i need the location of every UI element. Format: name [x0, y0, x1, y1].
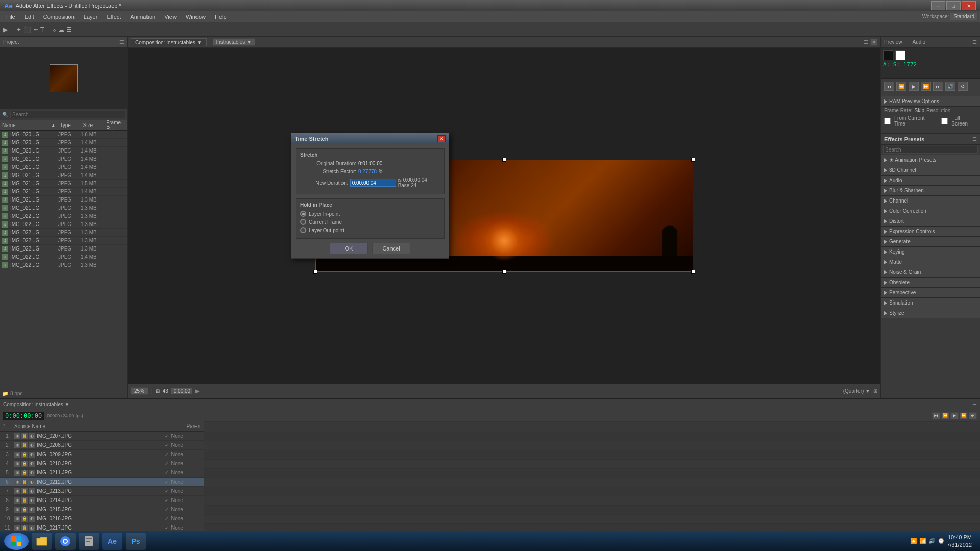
- quality-dropdown[interactable]: (Quarter) ▼: [843, 388, 870, 394]
- layer-vis-btn-7[interactable]: ◉: [14, 497, 20, 504]
- layer-row-5[interactable]: 6 ◉ 🔒 ◐ IMG_0212.JPG ✓ None: [0, 478, 204, 487]
- comp-panel-menu[interactable]: ☰: [864, 39, 868, 45]
- effects-simulation[interactable]: Simulation: [881, 298, 980, 308]
- layer-lock-btn-5[interactable]: 🔒: [21, 479, 28, 485]
- layer-solo-btn-8[interactable]: ◐: [29, 507, 35, 513]
- file-row-11[interactable]: J IMG_022...G JPEG 1.3 MB: [0, 220, 127, 229]
- layer-solo-btn-6[interactable]: ◐: [29, 488, 35, 494]
- layer-lock-btn-8[interactable]: 🔒: [21, 507, 28, 513]
- view-options[interactable]: ⊞: [873, 388, 877, 394]
- radio-current-frame-btn[interactable]: [300, 219, 306, 225]
- explorer-btn[interactable]: [32, 533, 52, 550]
- layer-row-8[interactable]: 9 ◉ 🔒 ◐ IMG_0215.JPG ✓ None: [0, 505, 204, 514]
- effects-matte[interactable]: Matte: [881, 257, 980, 267]
- current-time-display[interactable]: 0:00:00:00: [3, 412, 44, 420]
- dialog-close-button[interactable]: ✕: [437, 135, 446, 142]
- layer-lock-btn-7[interactable]: 🔒: [21, 497, 28, 504]
- prev-first-btn[interactable]: ⏮: [884, 82, 894, 91]
- tl-prev-btn[interactable]: ⏪: [941, 412, 949, 419]
- grid-icon[interactable]: ⊞: [156, 388, 160, 394]
- after-effects-btn[interactable]: Ae: [102, 533, 122, 550]
- cancel-button[interactable]: Cancel: [372, 243, 410, 254]
- sel-handle-tc[interactable]: [502, 158, 506, 162]
- file-row-14[interactable]: J IMG_022...G JPEG 1.3 MB: [0, 245, 127, 253]
- toolbar-icon-6[interactable]: ⬦: [53, 26, 56, 33]
- sel-handle-tr[interactable]: [691, 158, 695, 162]
- file-row-9[interactable]: J IMG_021...G JPEG 1.3 MB: [0, 204, 127, 212]
- effects-blur-sharpen[interactable]: Blur & Sharpen: [881, 186, 980, 196]
- right-panel-menu[interactable]: ☰: [972, 39, 977, 45]
- from-current-checkbox[interactable]: [884, 118, 891, 124]
- radio-layer-in-point[interactable]: Layer In-point: [300, 211, 440, 217]
- layer-row-10[interactable]: 11 ◉ 🔒 ◐ IMG_0217.JPG ✓ None: [0, 523, 204, 531]
- prev-next-btn[interactable]: ⏩: [921, 82, 931, 91]
- effects-keying[interactable]: Keying: [881, 247, 980, 257]
- full-screen-checkbox[interactable]: [941, 118, 948, 124]
- workspace-value[interactable]: Standard: [950, 13, 978, 20]
- tl-first-btn[interactable]: ⏮: [932, 412, 940, 419]
- effects-generate[interactable]: Generate: [881, 237, 980, 247]
- comp-panel-collapse[interactable]: ×: [870, 39, 877, 46]
- layer-solo-btn-9[interactable]: ◐: [29, 516, 35, 522]
- layer-row-3[interactable]: 4 ◉ 🔒 ◐ IMG_0210.JPG ✓ None: [0, 459, 204, 468]
- file-row-16[interactable]: J IMG_022...G JPEG 1.3 MB: [0, 261, 127, 269]
- layer-vis-btn-3[interactable]: ◉: [14, 461, 20, 467]
- toolbar-icon-2[interactable]: ✦: [16, 26, 21, 33]
- layer-row-9[interactable]: 10 ◉ 🔒 ◐ IMG_0216.JPG ✓ None: [0, 514, 204, 523]
- sel-handle-bc[interactable]: [502, 270, 506, 274]
- ok-button[interactable]: OK: [330, 243, 368, 254]
- layer-lock-btn-3[interactable]: 🔒: [21, 461, 28, 467]
- effects-noise-grain[interactable]: Noise & Grain: [881, 267, 980, 278]
- menu-layer[interactable]: Layer: [80, 13, 102, 21]
- layer-solo-btn-1[interactable]: ◐: [29, 442, 35, 448]
- file-row-10[interactable]: J IMG_022...G JPEG 1.3 MB: [0, 212, 127, 220]
- new-duration-input[interactable]: 0:00:00:04: [350, 179, 396, 187]
- effects-perspective[interactable]: Perspective: [881, 288, 980, 298]
- browser-btn[interactable]: [55, 533, 76, 550]
- layer-vis-btn-1[interactable]: ◉: [14, 442, 20, 448]
- layer-vis-btn-4[interactable]: ◉: [14, 470, 20, 476]
- toolbar-icon-7[interactable]: ☁: [58, 26, 64, 33]
- tl-last-btn[interactable]: ⏭: [969, 412, 977, 419]
- layer-row-1[interactable]: 2 ◉ 🔒 ◐ IMG_0208.JPG ✓ None: [0, 441, 204, 450]
- breadcrumb-tab[interactable]: Instructables ▼: [213, 38, 255, 46]
- layer-solo-btn-5[interactable]: ◐: [29, 479, 35, 485]
- radio-out-point-btn[interactable]: [300, 227, 306, 233]
- effects-channel[interactable]: Channel: [881, 196, 980, 206]
- zoom-level[interactable]: 25%: [131, 387, 148, 395]
- prev-last-btn[interactable]: ⏭: [933, 82, 943, 91]
- file-row-8[interactable]: J IMG_021...G JPEG 1.3 MB: [0, 196, 127, 204]
- layer-lock-btn-2[interactable]: 🔒: [21, 452, 28, 458]
- file-row-4[interactable]: J IMG_021...G JPEG 1.4 MB: [0, 163, 127, 171]
- layer-row-0[interactable]: 1 ◉ 🔒 ◐ IMG_0207.JPG ✓ None: [0, 432, 204, 441]
- layer-lock-btn-1[interactable]: 🔒: [21, 442, 28, 448]
- layer-lock-btn-10[interactable]: 🔒: [21, 525, 28, 531]
- toolbar-icon-5[interactable]: T: [40, 26, 44, 33]
- file-row-13[interactable]: J IMG_022...G JPEG 1.3 MB: [0, 237, 127, 245]
- project-search-input[interactable]: [10, 111, 125, 118]
- radio-layer-out-point[interactable]: Layer Out-point: [300, 227, 440, 233]
- effects-audio[interactable]: Audio: [881, 176, 980, 186]
- effects-color-correction[interactable]: Color Correction: [881, 206, 980, 216]
- ram-preview-options-header[interactable]: RAM Preview Options: [881, 96, 980, 107]
- fg-color[interactable]: [883, 50, 893, 60]
- file-row-6[interactable]: J IMG_021...G JPEG 1.5 MB: [0, 180, 127, 188]
- layer-vis-btn-10[interactable]: ◉: [14, 525, 20, 531]
- menu-effect[interactable]: Effect: [103, 13, 125, 21]
- project-menu-icon[interactable]: ☰: [119, 39, 124, 45]
- layer-solo-btn-10[interactable]: ◐: [29, 525, 35, 531]
- layer-vis-btn-0[interactable]: ◉: [14, 433, 20, 439]
- close-button[interactable]: ✕: [962, 1, 976, 10]
- menu-animation[interactable]: Animation: [126, 13, 159, 21]
- layer-lock-btn-9[interactable]: 🔒: [21, 516, 28, 522]
- effects-panel-menu[interactable]: ☰: [972, 136, 977, 142]
- layer-vis-btn-8[interactable]: ◉: [14, 507, 20, 513]
- file-row-5[interactable]: J IMG_021...G JPEG 1.4 MB: [0, 171, 127, 180]
- file-row-7[interactable]: J IMG_021...G JPEG 1.4 MB: [0, 188, 127, 196]
- file-row-2[interactable]: J IMG_020...G JPEG 1.4 MB: [0, 147, 127, 155]
- toolbar-icon-4[interactable]: ✒: [33, 26, 38, 33]
- comp-tab[interactable]: Composition: Instructables ▼: [131, 38, 207, 46]
- photoshop-btn[interactable]: Ps: [126, 533, 146, 550]
- layer-solo-btn-3[interactable]: ◐: [29, 461, 35, 467]
- tl-play-btn[interactable]: ▶: [950, 412, 959, 419]
